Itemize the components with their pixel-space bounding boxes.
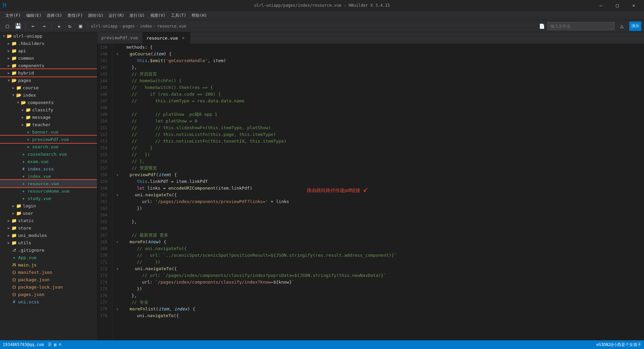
tree-item-label: pages.json <box>18 292 44 297</box>
breadcrumb-part3[interactable]: index <box>140 24 152 29</box>
sidebar-item-couseSearch-vue[interactable]: ◈couseSearch.vue <box>0 150 97 158</box>
fold-icon[interactable]: ▼ <box>116 52 118 56</box>
tree-item-label: index <box>23 93 36 98</box>
menu-edit[interactable]: 编辑(E) <box>23 11 44 20</box>
tree-item-label: resource.vue <box>28 181 59 186</box>
maximize-button[interactable]: □ <box>610 1 625 10</box>
filter-button[interactable]: △ <box>617 21 627 31</box>
sidebar-item-resourceHome-vue[interactable]: ◈resourceHome.vue <box>0 187 97 195</box>
sidebar-item-index-vue[interactable]: ◈index.vue <box>0 172 97 180</box>
folder-icon: 📁 <box>11 70 17 76</box>
sidebar-item-pages[interactable]: ▼📂pages <box>0 77 97 84</box>
menu-tools[interactable]: 工具(T) <box>168 11 189 20</box>
sidebar-item-login[interactable]: ▶📁login <box>0 202 97 209</box>
bookmark-button[interactable]: ★ <box>54 21 64 31</box>
fold-icon[interactable]: ▼ <box>116 193 118 197</box>
code-line <box>116 104 644 111</box>
sidebar-item-study-vue[interactable]: ◈study.vue <box>0 195 97 202</box>
sidebar-item-App-vue[interactable]: ◈App.vue <box>0 254 97 261</box>
sidebar-item-utils[interactable]: ▶📁utils <box>0 239 97 246</box>
sidebar-item-previewPdf-vue[interactable]: ◈previewPdf.vue <box>0 136 97 143</box>
sidebar-item-message[interactable]: ▶📁message <box>0 113 97 121</box>
menu-view[interactable]: 视图(V) <box>148 11 168 20</box>
sidebar-item-index[interactable]: ▼📂index <box>0 91 97 99</box>
minimize-button[interactable]: – <box>593 1 608 10</box>
sidebar-item-store[interactable]: ▶📁store <box>0 224 97 232</box>
folder-icon: 📁 <box>16 85 21 90</box>
fold-icon[interactable]: ▼ <box>116 173 118 177</box>
folder-arrow-icon: ▶ <box>6 70 11 76</box>
sidebar-item-course[interactable]: ▶📁course <box>0 84 97 91</box>
folder-arrow-icon: ▼ <box>6 78 11 83</box>
settings-button[interactable]: 演示 <box>629 21 641 31</box>
menu-publish[interactable]: 发行(U) <box>127 11 148 20</box>
sidebar-item-exam-vue[interactable]: ◈exam.vue <box>0 158 97 165</box>
titlebar: H ulrl-uniapp/pages/index/resource.vue -… <box>0 0 644 11</box>
sidebar-item-api[interactable]: ▶📁api <box>0 47 97 54</box>
breadcrumb-part4[interactable]: resource.vue <box>157 24 186 29</box>
file-type-icon: ◈ <box>25 137 31 142</box>
tree-item-label: package-lock.json <box>18 285 63 290</box>
sidebar-item-uni-scss[interactable]: #uni.scss <box>0 298 97 305</box>
menu-find[interactable]: 查找(F) <box>65 11 86 20</box>
status-account: 1934865783@qq.com <box>3 342 44 347</box>
sidebar-item-banner-vue[interactable]: ◈banner.vue <box>0 128 97 136</box>
file-type-icon: ◈ <box>11 255 17 260</box>
sidebar-item-common[interactable]: ▶📁common <box>0 54 97 62</box>
sidebar-item--gitignore[interactable]: ⎇.gitignore <box>0 246 97 254</box>
sidebar-item-components[interactable]: ▶📁components <box>0 62 97 69</box>
sidebar-item-package-lock-json[interactable]: {}package-lock.json <box>0 283 97 291</box>
menu-help[interactable]: 帮助(H) <box>189 11 210 20</box>
tab-previewpdf[interactable]: previewPdf.vue <box>97 32 143 44</box>
code-editor[interactable]: 1391401411421431441451461471481491501511… <box>97 44 644 340</box>
sidebar-item-package-json[interactable]: {}package.json <box>0 276 97 283</box>
forward-button[interactable]: → <box>39 21 49 31</box>
folder-icon: 📁 <box>11 55 17 61</box>
fold-icon[interactable]: ▼ <box>116 307 118 311</box>
tab-resource[interactable]: resource.vue ✕ <box>143 32 191 44</box>
sidebar-item-index-scss[interactable]: #index.scss <box>0 165 97 172</box>
search-input[interactable] <box>547 22 614 30</box>
sidebar-item-uni_modules[interactable]: ▶📁uni_modules <box>0 232 97 239</box>
sidebar-item-main-js[interactable]: JSmain.js <box>0 261 97 268</box>
history-button[interactable]: ↻ <box>65 21 74 31</box>
line-number: 153 <box>97 138 109 145</box>
new-file-button[interactable]: ▢ <box>3 21 12 31</box>
close-button[interactable]: ✕ <box>626 1 641 10</box>
code-line: // 最新资源 更多 <box>116 232 644 239</box>
menu-file[interactable]: 文件(F) <box>3 11 23 20</box>
sidebar-item-user[interactable]: ▶📁user <box>0 209 97 217</box>
sidebar-item-teacher[interactable]: ▶📁teacher <box>0 121 97 128</box>
folder-arrow-icon: ▶ <box>20 107 25 112</box>
folder-icon: 📁 <box>25 122 31 127</box>
sidebar-item--hbuilderx[interactable]: ▶📁.hbuilderx <box>0 40 97 47</box>
split-button[interactable]: ▣ <box>76 21 85 31</box>
folder-icon: 📁 <box>16 210 21 216</box>
tab-close-resource[interactable]: ✕ <box>181 35 186 41</box>
sidebar-item-hybrid[interactable]: ▶📁hybrid <box>0 69 97 77</box>
sidebar-item-pages-json[interactable]: {}pages.json <box>0 291 97 298</box>
sidebar-item-resource-vue[interactable]: ◈resource.vue <box>0 180 97 187</box>
sidebar-item-manifest-json[interactable]: {}manifest.json <box>0 268 97 276</box>
sidebar-item-classify[interactable]: ▶📁classify <box>0 106 97 113</box>
fold-icon[interactable]: ▼ <box>116 267 118 271</box>
back-button[interactable]: ← <box>29 21 38 31</box>
line-number: 166 <box>97 225 109 232</box>
tab-label-resource: resource.vue <box>147 36 178 41</box>
save-button[interactable]: 💾 <box>13 21 23 31</box>
tree-item-label: couseSearch.vue <box>28 152 67 157</box>
menu-goto[interactable]: 跳转(G) <box>86 11 106 20</box>
folder-icon: 📁 <box>11 225 17 231</box>
breadcrumb-part1[interactable]: ulrl-uniapp <box>91 24 117 29</box>
menu-run[interactable]: 运行(R) <box>106 11 127 20</box>
breadcrumb-part2[interactable]: pages <box>123 24 135 29</box>
tree-item-label: uni.scss <box>18 299 39 304</box>
sidebar-item-ulrl-uniapp[interactable]: ▼📂ulrl-uniapp <box>0 32 97 40</box>
sidebar-item-components[interactable]: ▼📂components <box>0 99 97 106</box>
line-number: 154 <box>97 145 109 151</box>
fold-icon[interactable]: ▼ <box>116 240 118 244</box>
sidebar-item-static[interactable]: ▶📁static <box>0 217 97 224</box>
toolbar-sep2 <box>51 23 52 30</box>
sidebar-item-search-vue[interactable]: ◈search.vue <box>0 143 97 150</box>
menu-select[interactable]: 选择(S) <box>44 11 65 20</box>
